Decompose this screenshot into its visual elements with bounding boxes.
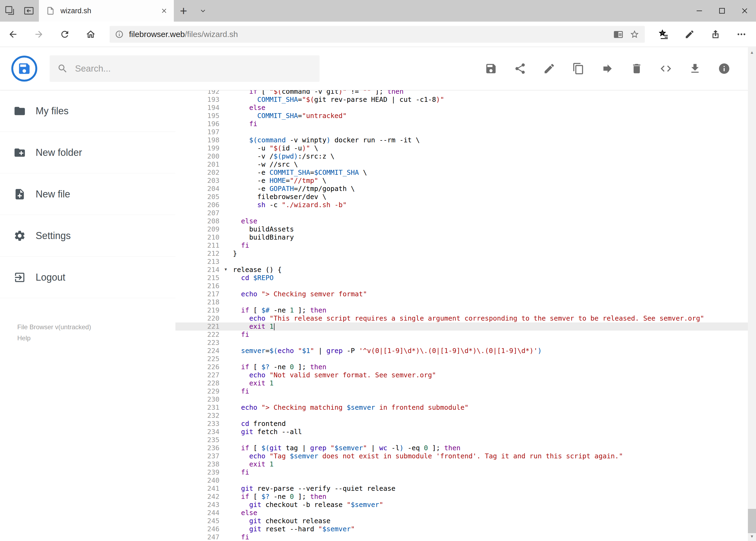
code-line[interactable]: 218 (175, 298, 756, 306)
code-line[interactable]: 211 fi (175, 242, 756, 250)
search-bar[interactable] (50, 55, 320, 82)
save-button[interactable] (485, 62, 497, 75)
home-button[interactable] (78, 22, 104, 47)
site-info-icon[interactable] (115, 30, 124, 39)
code-line[interactable]: 226 if [ $? -ne 0 ]; then (175, 363, 756, 371)
filebrowser-logo[interactable] (11, 56, 37, 82)
code-line[interactable]: 235 (175, 436, 756, 444)
code-line[interactable]: 224 semver=$(echo "$1" | grep -P '^v(0|[… (175, 347, 756, 355)
sidebar-item-new-file[interactable]: New file (0, 174, 175, 215)
code-line[interactable]: 217 echo "> Checking semver format" (175, 290, 756, 298)
favorite-star-icon[interactable] (630, 29, 639, 39)
page-scrollbar[interactable]: ▲ ▼ (748, 47, 756, 541)
new-tab-button[interactable]: + (174, 0, 193, 22)
code-line[interactable]: 198 $(command -v winpty) docker run --rm… (175, 136, 756, 144)
scrollbar-thumb[interactable] (748, 509, 756, 533)
code-line[interactable]: 219 if [ $# -ne 1 ]; then (175, 306, 756, 314)
scrollbar-up-arrow-icon[interactable]: ▲ (748, 47, 756, 57)
tab-list-chevron-icon[interactable] (193, 0, 213, 22)
code-line[interactable]: 207 (175, 209, 756, 217)
code-view-button[interactable] (660, 62, 672, 75)
code-line[interactable]: 244 else (175, 509, 756, 517)
more-options-icon[interactable] (728, 22, 754, 47)
code-line[interactable]: 203 -e HOME="//tmp" \ (175, 177, 756, 185)
code-line[interactable]: 234 git fetch --all (175, 428, 756, 436)
refresh-button[interactable] (52, 22, 78, 47)
code-line[interactable]: 208 else (175, 217, 756, 225)
forward-button[interactable] (26, 22, 52, 47)
code-line[interactable]: 233 cd frontend (175, 420, 756, 428)
code-line[interactable]: 196 fi (175, 120, 756, 128)
code-line[interactable]: 238 exit 1 (175, 460, 756, 468)
close-button[interactable] (733, 0, 756, 22)
code-line[interactable]: 247 fi (175, 533, 756, 541)
code-line[interactable]: 246 git reset --hard "$semver" (175, 525, 756, 533)
delete-button[interactable] (630, 62, 643, 75)
code-line[interactable]: 229 fi (175, 387, 756, 395)
code-line[interactable]: 240 (175, 476, 756, 485)
help-link[interactable]: Help (17, 333, 31, 343)
address-bar[interactable]: filebrowser.web/files/wizard.sh (110, 26, 645, 43)
minimize-button[interactable] (688, 0, 711, 22)
search-input[interactable] (75, 64, 312, 74)
code-line[interactable]: 222 fi (175, 330, 756, 339)
share-button[interactable] (514, 62, 526, 75)
sidebar-item-my-files[interactable]: My files (0, 90, 175, 132)
tab-close-icon[interactable] (160, 7, 168, 15)
edit-button[interactable] (543, 62, 556, 75)
info-button[interactable] (718, 62, 730, 75)
code-line[interactable]: 243 git checkout -b release "$semver" (175, 501, 756, 509)
code-line[interactable]: 239 fi (175, 468, 756, 476)
code-line[interactable]: 202 -e COMMIT_SHA=$COMMIT_SHA \ (175, 169, 756, 177)
code-line[interactable]: 215 cd $REPO (175, 274, 756, 282)
code-editor[interactable]: 192 if [ "$(command -v git)" != "" ]; th… (175, 90, 756, 541)
code-line[interactable]: 245 git checkout release (175, 517, 756, 525)
code-line[interactable]: 200 -v /$(pwd):/src:z \ (175, 152, 756, 161)
copy-button[interactable] (572, 62, 585, 75)
tabs-set-aside-list-icon[interactable] (4, 5, 16, 16)
fold-arrow-icon[interactable]: ▾ (224, 265, 227, 273)
code-line[interactable]: 216 (175, 282, 756, 290)
code-line[interactable]: 225 (175, 355, 756, 363)
code-line[interactable]: 197 (175, 128, 756, 136)
code-line[interactable]: 227 echo "Not valid semver format. See s… (175, 371, 756, 379)
code-line[interactable]: 214▾release () { (175, 266, 756, 274)
code-line[interactable]: 236 if [ $(git tag | grep "$semver" | wc… (175, 444, 756, 452)
code-line[interactable]: 228 exit 1 (175, 379, 756, 387)
code-line[interactable]: 237 echo "Tag $semver does not exist in … (175, 452, 756, 460)
code-line[interactable]: 220 echo "This release script requires a… (175, 314, 756, 322)
maximize-button[interactable] (711, 0, 733, 22)
scrollbar-down-arrow-icon[interactable]: ▼ (748, 531, 756, 541)
code-line[interactable]: 212} (175, 250, 756, 258)
sidebar-item-settings[interactable]: Settings (0, 215, 175, 257)
code-line[interactable]: 193 COMMIT_SHA="$(git rev-parse HEAD | c… (175, 96, 756, 104)
code-line[interactable]: 230 (175, 395, 756, 403)
code-line[interactable]: 210 buildBinary (175, 234, 756, 242)
code-line[interactable]: 241 git rev-parse --verify --quiet relea… (175, 485, 756, 493)
code-line[interactable]: 223 (175, 339, 756, 347)
code-line[interactable]: 194 else (175, 104, 756, 112)
code-line[interactable]: 231 echo "> Checking matching $semver in… (175, 403, 756, 412)
code-line[interactable]: 232 (175, 412, 756, 420)
code-line[interactable]: 209 buildAssets (175, 225, 756, 234)
code-line[interactable]: 221 exit 1 (175, 322, 756, 330)
code-line[interactable]: 205 filebrowser/dev \ (175, 193, 756, 201)
browser-tab[interactable]: wizard.sh (39, 0, 174, 22)
code-line[interactable]: 201 -w //src \ (175, 161, 756, 169)
code-line[interactable]: 242 if [ $? -ne 0 ]; then (175, 493, 756, 501)
hub-favorites-icon[interactable] (651, 22, 677, 47)
back-button[interactable] (0, 22, 26, 47)
code-line[interactable]: 195 COMMIT_SHA="untracked" (175, 112, 756, 120)
download-button[interactable] (689, 62, 701, 75)
sidebar-item-logout[interactable]: Logout (0, 257, 175, 298)
code-line[interactable]: 199 -u "$(id -u)" \ (175, 144, 756, 152)
share-icon[interactable] (702, 22, 728, 47)
sidebar-item-new-folder[interactable]: New folder (0, 132, 175, 174)
code-line[interactable]: 213 (175, 258, 756, 266)
set-tabs-aside-icon[interactable] (23, 5, 35, 16)
code-line[interactable]: 192 if [ "$(command -v git)" != "" ]; th… (175, 90, 756, 96)
reading-view-icon[interactable] (614, 29, 623, 39)
code-line[interactable]: 204 -e GOPATH=//tmp/gopath \ (175, 185, 756, 193)
move-button[interactable] (601, 62, 614, 75)
code-line[interactable]: 206 sh -c "./wizard.sh -b" (175, 201, 756, 209)
